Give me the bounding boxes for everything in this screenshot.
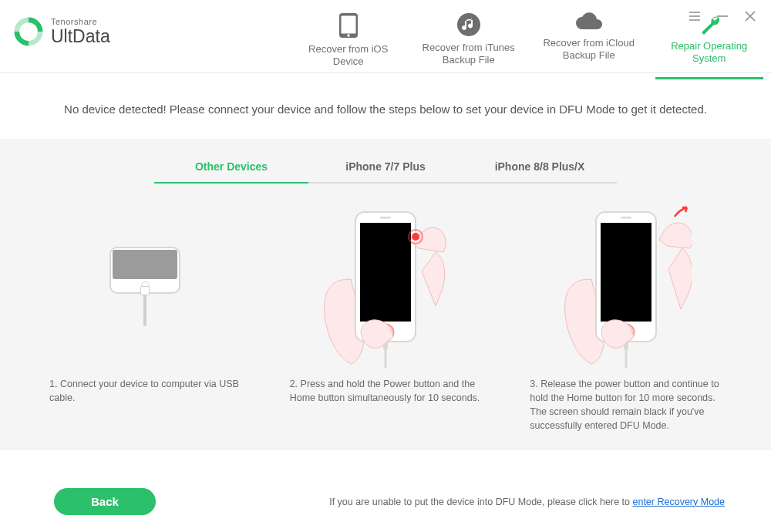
header: Tenorshare UltData Recover from iOS Devi… (0, 0, 771, 73)
itunes-icon (456, 12, 481, 37)
step-2-illustration (287, 204, 485, 369)
hold-both-buttons-icon (320, 206, 451, 368)
svg-rect-1 (341, 16, 355, 34)
svg-rect-21 (625, 349, 627, 368)
device-tabs: Other Devices iPhone 7/7 Plus iPhone 8/8… (0, 139, 771, 184)
brand-company: Tenorshare (51, 18, 110, 27)
app-logo: Tenorshare UltData (14, 17, 110, 46)
step-3-illustration (527, 204, 725, 369)
svg-rect-15 (601, 223, 651, 322)
steps-row: 1. Connect your device to computer via U… (0, 184, 771, 433)
cloud-icon (574, 12, 604, 32)
step-3-text: 3. Release the power button and continue… (527, 369, 725, 433)
device-tab-other[interactable]: Other Devices (154, 156, 308, 184)
ultdata-logo-icon (14, 17, 43, 46)
enter-recovery-mode-link[interactable]: enter Recovery Mode (632, 497, 725, 507)
step-1-illustration (46, 204, 244, 369)
recovery-mode-tip: If you are unable to put the device into… (329, 497, 725, 507)
svg-rect-5 (360, 223, 411, 322)
svg-rect-19 (621, 217, 631, 219)
notice-text: No device detected! Please connect your … (0, 73, 771, 139)
tab-label: Repair Operating System (671, 40, 747, 64)
tab-recover-icloud[interactable]: Recover from iCloud Backup File (532, 8, 646, 76)
step-1: 1. Connect your device to computer via U… (46, 204, 244, 433)
device-tab-iphone8x[interactable]: iPhone 8/8 Plus/X (463, 156, 617, 184)
device-tab-iphone7[interactable]: iPhone 7/7 Plus (308, 156, 463, 184)
svg-point-2 (347, 34, 349, 36)
svg-rect-11 (385, 349, 387, 368)
back-button[interactable]: Back (54, 488, 156, 515)
step-1-text: 1. Connect your device to computer via U… (46, 369, 244, 405)
step-3: 3. Release the power button and continue… (527, 204, 725, 433)
menu-icon[interactable] (688, 9, 702, 23)
svg-point-13 (412, 233, 419, 241)
step-2: 2. Press and hold the Power button and t… (287, 204, 485, 433)
phone-icon (338, 12, 359, 39)
tab-label: Recover from iOS Device (308, 43, 388, 67)
svg-rect-9 (380, 217, 391, 219)
tab-recover-ios[interactable]: Recover from iOS Device (291, 8, 406, 82)
instructions-panel: Other Devices iPhone 7/7 Plus iPhone 8/8… (0, 139, 771, 450)
tab-recover-itunes[interactable]: Recover from iTunes Backup File (412, 8, 526, 81)
step-2-text: 2. Press and hold the Power button and t… (287, 369, 485, 405)
tip-prefix: If you are unable to put the device into… (329, 497, 632, 507)
close-icon[interactable] (743, 9, 757, 23)
window-controls (688, 9, 757, 23)
tab-label: Recover from iCloud Backup File (543, 37, 635, 61)
bottom-bar: Back If you are unable to put the device… (0, 471, 771, 532)
minimize-icon[interactable] (715, 9, 729, 23)
tab-label: Recover from iTunes Backup File (423, 42, 515, 66)
release-power-icon (561, 206, 692, 368)
brand-product: UltData (51, 27, 110, 45)
